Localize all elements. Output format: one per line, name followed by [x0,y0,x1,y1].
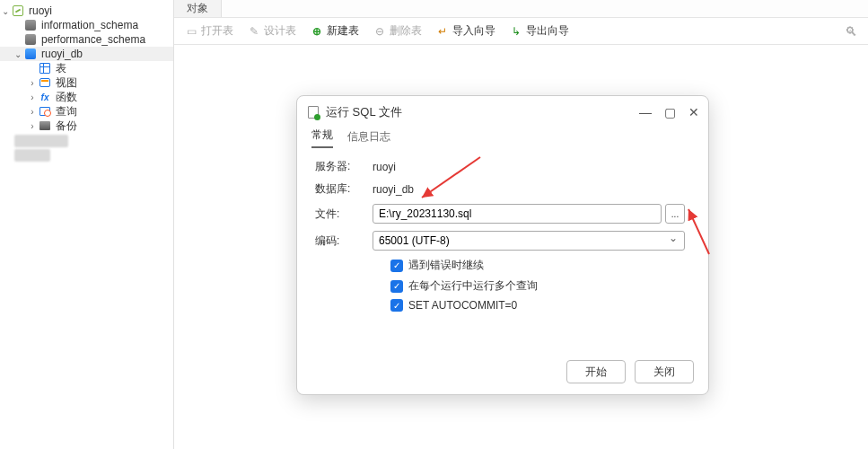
export-wizard-button[interactable]: ↳ 导出向导 [504,22,574,41]
redacted-item [14,135,68,147]
open-table-button[interactable]: ▭ 打开表 [180,22,239,41]
dialog-footer: 开始 关闭 [566,360,694,383]
tree-views[interactable]: › 视图 [0,75,173,90]
tables-label: 表 [56,61,66,76]
connection-icon [11,4,25,17]
import-wizard-button[interactable]: ↵ 导入向导 [431,22,501,41]
folder-open-icon: ▭ [185,25,197,38]
multi-query-label: 在每个运行中运行多个查询 [408,278,538,294]
dialog-tabs: 常规 信息日志 [297,128,708,148]
backups-label: 备份 [56,119,77,134]
run-sql-dialog: 运行 SQL 文件 — ▢ ✕ 常规 信息日志 服务器: ruoyi 数据库: … [296,95,709,395]
chevron-right-icon[interactable]: › [27,92,38,102]
export-wizard-label: 导出向导 [526,23,569,39]
file-input[interactable] [373,204,662,224]
start-button[interactable]: 开始 [566,360,626,383]
close-button[interactable]: 关闭 [635,360,694,383]
export-icon: ↳ [510,25,522,38]
encoding-select[interactable] [373,231,685,251]
connection-label: ruoyi [29,4,52,17]
tree-connection-ruoyi[interactable]: ⌄ ruoyi [0,4,173,18]
backup-icon [38,119,52,132]
dialog-body: 服务器: ruoyi 数据库: ruoyi_db 文件: ... 编码: ✓ [297,148,708,312]
query-icon [38,105,52,118]
sidebar-tree: ⌄ ruoyi information_schema performance_s… [0,0,174,449]
checkbox-checked-icon: ✓ [390,280,403,293]
checkbox-checked-icon: ✓ [390,260,403,272]
server-label: 服务器: [315,159,373,174]
server-value: ruoyi [373,161,690,173]
open-table-label: 打开表 [201,23,233,39]
design-table-button[interactable]: ✎ 设计表 [242,22,302,41]
db-label: ruoyi_db [41,48,83,60]
new-table-label: 新建表 [327,23,359,39]
pencil-icon: ✎ [248,25,260,38]
database-value: ruoyi_db [373,183,690,196]
database-icon [23,19,38,31]
dialog-title: 运行 SQL 文件 [326,104,402,120]
database-icon [23,48,38,60]
db-label: performance_schema [41,33,145,46]
tree-queries[interactable]: › 查询 [0,104,173,119]
chevron-down-icon[interactable]: ⌄ [0,6,11,16]
maximize-button[interactable]: ▢ [664,105,676,119]
close-window-button[interactable]: ✕ [688,105,699,119]
tree-db-performance-schema[interactable]: performance_schema [0,32,173,47]
db-label: information_schema [41,19,138,31]
delete-table-label: 删除表 [390,23,422,39]
import-wizard-label: 导入向导 [452,23,495,39]
chevron-right-icon[interactable]: › [27,121,38,131]
tree-backups[interactable]: › 备份 [0,119,173,133]
queries-label: 查询 [56,104,77,119]
function-icon: fx [38,91,52,103]
autocommit-label: SET AUTOCOMMIT=0 [408,299,517,312]
continue-on-error-checkbox[interactable]: ✓ 遇到错误时继续 [390,258,690,273]
dialog-titlebar: 运行 SQL 文件 — ▢ ✕ [297,96,708,128]
continue-on-error-label: 遇到错误时继续 [408,258,484,273]
tab-general[interactable]: 常规 [311,128,333,148]
database-icon [23,33,38,46]
design-table-label: 设计表 [264,23,296,39]
multi-query-checkbox[interactable]: ✓ 在每个运行中运行多个查询 [390,278,690,294]
tree-functions[interactable]: › fx 函数 [0,90,173,104]
tab-log[interactable]: 信息日志 [347,129,390,148]
chevron-right-icon[interactable]: › [27,107,38,117]
view-icon [38,76,52,89]
minus-circle-icon: ⊖ [373,25,386,38]
chevron-right-icon[interactable]: › [27,78,38,88]
views-label: 视图 [56,75,77,91]
autocommit-checkbox[interactable]: ✓ SET AUTOCOMMIT=0 [390,299,690,312]
functions-label: 函数 [56,90,77,105]
encoding-label: 编码: [315,233,373,249]
import-icon: ↵ [436,25,449,38]
minimize-button[interactable]: — [639,105,652,119]
new-table-button[interactable]: ⊕ 新建表 [305,22,364,41]
checkbox-checked-icon: ✓ [390,299,403,312]
plus-circle-icon: ⊕ [311,25,323,38]
tab-objects[interactable]: 对象 [174,0,222,17]
browse-file-button[interactable]: ... [665,204,685,224]
tab-bar: 对象 [174,0,868,18]
tree-db-information-schema[interactable]: information_schema [0,18,173,32]
file-label: 文件: [315,207,373,222]
delete-table-button[interactable]: ⊖ 删除表 [368,22,427,41]
tree-tables[interactable]: 表 [0,61,173,75]
database-label: 数据库: [315,181,373,197]
table-icon [38,62,52,75]
search-icon[interactable]: 🔍︎ [845,24,857,39]
toolbar: ▭ 打开表 ✎ 设计表 ⊕ 新建表 ⊖ 删除表 ↵ 导入向导 ↳ 导出向导 🔍︎ [174,18,868,45]
redacted-item [14,149,50,162]
tree-db-ruoyi-db[interactable]: ⌄ ruoyi_db [0,47,173,61]
chevron-down-icon[interactable]: ⌄ [13,49,23,59]
sql-file-icon [306,105,320,119]
